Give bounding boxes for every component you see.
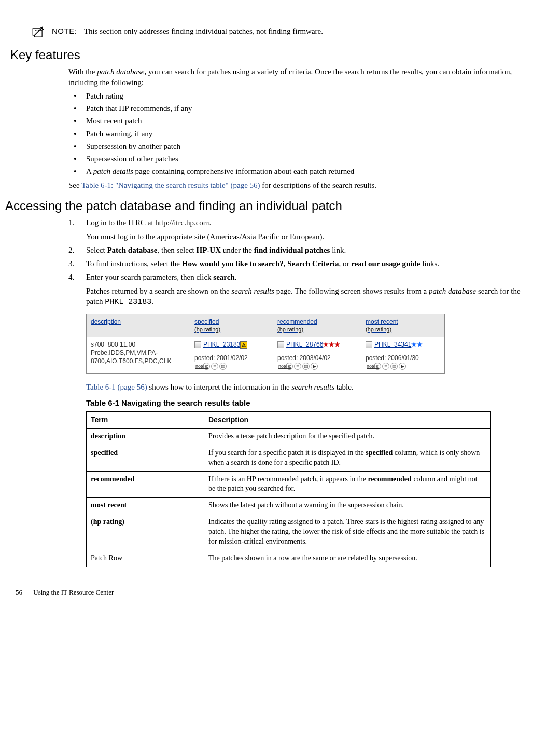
patch-link[interactable]: PHKL_34341 xyxy=(374,341,411,348)
txt: page. The following screen shows results… xyxy=(274,287,429,295)
term-cell: Patch Row xyxy=(87,550,204,567)
page-number: 56 xyxy=(16,588,22,596)
svg-point-1 xyxy=(37,30,38,31)
col-description[interactable]: description xyxy=(87,314,190,337)
txt: Search Criteria xyxy=(287,259,339,268)
step-4: Enter your search parameters, then click… xyxy=(68,272,524,567)
term-cell: description xyxy=(87,428,204,445)
txt: search xyxy=(213,273,234,281)
key-intro: With the patch database, you can search … xyxy=(68,66,524,88)
list-icon[interactable]: ▤ xyxy=(302,363,310,370)
posted-date: posted: 2001/02/02 xyxy=(194,354,269,362)
itrc-link[interactable]: http://itrc.hp.com xyxy=(155,218,209,227)
posted-date: posted: 2003/04/02 xyxy=(277,354,357,362)
table-6-1: Term Description description Provides a … xyxy=(86,411,491,567)
txt: If there is an HP recommended patch, it … xyxy=(208,475,368,483)
warning-icon: ⚠ xyxy=(240,341,247,349)
txt: patch database xyxy=(429,287,476,295)
list-icon[interactable]: ▤ xyxy=(390,363,398,370)
col-specified[interactable]: specified(hp rating) xyxy=(190,314,273,337)
doc-icon[interactable]: ≡ xyxy=(211,363,218,370)
patch-link[interactable]: PHKL_28766 xyxy=(286,341,323,348)
txt: (hp rating) xyxy=(277,326,357,334)
rating-stars: ★★ xyxy=(411,341,423,348)
info-icon[interactable]: ! xyxy=(203,363,210,370)
txt: Enter your search parameters, then click xyxy=(86,273,213,281)
txt: under the xyxy=(221,246,254,254)
svg-point-0 xyxy=(35,30,36,31)
col-most-recent[interactable]: most recent(hp rating) xyxy=(361,314,444,337)
doc-icon[interactable]: ≡ xyxy=(294,363,301,370)
term-cell: recommended xyxy=(87,471,204,498)
arrow-icon[interactable]: ▶ xyxy=(311,363,318,370)
txt: . xyxy=(209,218,211,227)
txt: Log in to the ITRC at xyxy=(86,218,155,227)
cell-specified: PHKL_23183⚠ posted: 2001/02/02 notes:!≡▤ xyxy=(190,337,273,373)
checkbox-icon[interactable] xyxy=(277,341,284,348)
txt: Patch database xyxy=(107,246,157,254)
list-item: Supersession of other patches xyxy=(68,154,524,164)
table-row: specified If you search for a specific p… xyxy=(87,445,491,471)
txt: See xyxy=(68,181,81,189)
term-cell: most recent xyxy=(87,498,204,514)
txt: Select xyxy=(86,246,107,254)
txt: . xyxy=(235,273,237,281)
patch-link[interactable]: PHKL_23183 xyxy=(203,341,240,348)
txt: . xyxy=(151,297,153,306)
info-icon[interactable]: ! xyxy=(374,363,381,370)
svg-point-2 xyxy=(38,30,39,31)
cell-recommended: PHKL_28766★★★ posted: 2003/04/02 notes:!… xyxy=(273,337,361,373)
patch-id: PHKL_23183 xyxy=(105,298,151,307)
txt: find individual patches xyxy=(254,246,330,254)
txt: most recent xyxy=(366,318,398,325)
cell-most-recent: PHKL_34341★★ posted: 2006/01/30 notes:!≡… xyxy=(361,337,444,373)
txt: If you search for a specific patch it is… xyxy=(208,449,366,457)
term-cell: (hp rating) xyxy=(87,514,204,550)
txt: search results xyxy=(231,287,274,295)
txt: (hp rating) xyxy=(366,326,440,334)
txt: recommended xyxy=(277,318,317,325)
notes-row: notes:!≡▤ xyxy=(194,362,269,370)
step-4-para: Patches returned by a search are shown o… xyxy=(86,286,524,308)
table-row: (hp rating) Indicates the quality rating… xyxy=(87,514,491,550)
th-description: Description xyxy=(204,411,491,428)
note-label: NOTE: xyxy=(52,26,77,35)
desc-cell: Provides a terse patch description for t… xyxy=(204,428,491,445)
step-3: To find instructions, select the How wou… xyxy=(68,258,524,269)
col-recommended[interactable]: recommended(hp rating) xyxy=(273,314,361,337)
table-6-1-link[interactable]: Table 6-1: "Navigating the search result… xyxy=(81,181,260,189)
arrow-icon[interactable]: ▶ xyxy=(399,363,406,370)
desc-cell: If there is an HP recommended patch, it … xyxy=(204,471,491,498)
notes-link[interactable]: notes: xyxy=(195,363,202,369)
txt: With the xyxy=(68,67,97,76)
list-item: Patch that HP recommends, if any xyxy=(68,103,524,114)
notes-row: notes:!≡▤▶ xyxy=(277,362,357,370)
txt: shows how to interpret the information i… xyxy=(147,383,292,391)
txt: Patch rating xyxy=(86,92,123,100)
txt: How would you like to search? xyxy=(182,259,284,268)
checkbox-icon[interactable] xyxy=(366,341,372,348)
note-text: This section only addresses finding indi… xyxy=(84,27,323,35)
txt: specified xyxy=(366,449,393,457)
txt: recommended xyxy=(368,475,412,483)
list-item: Supersession by another patch xyxy=(68,141,524,151)
list-item: Patch rating xyxy=(68,91,524,101)
txt: Supersession by another patch xyxy=(86,142,180,150)
posted-date: posted: 2006/01/30 xyxy=(366,354,440,362)
list-item: A patch details page containing comprehe… xyxy=(68,166,524,176)
checkbox-icon[interactable] xyxy=(194,341,201,348)
info-icon[interactable]: ! xyxy=(286,363,293,370)
page-footer: 56 Using the IT Resource Center xyxy=(16,588,524,597)
table-caption: Table 6-1 Navigating the search results … xyxy=(86,398,524,408)
table-row: recommended If there is an HP recommende… xyxy=(87,471,491,498)
txt: description xyxy=(91,318,121,325)
notes-link[interactable]: notes: xyxy=(367,363,373,369)
note-row: NOTE: This section only addresses findin… xyxy=(31,26,524,39)
txt: page containing comprehensive informatio… xyxy=(133,167,355,175)
table-6-1-ref[interactable]: Table 6-1 (page 56) xyxy=(86,383,147,391)
list-item: Patch warning, if any xyxy=(68,129,524,139)
step-1: Log in to the ITRC at http://itrc.hp.com… xyxy=(68,217,524,242)
doc-icon[interactable]: ≡ xyxy=(382,363,389,370)
notes-link[interactable]: notes: xyxy=(278,363,285,369)
list-icon[interactable]: ▤ xyxy=(219,363,227,370)
